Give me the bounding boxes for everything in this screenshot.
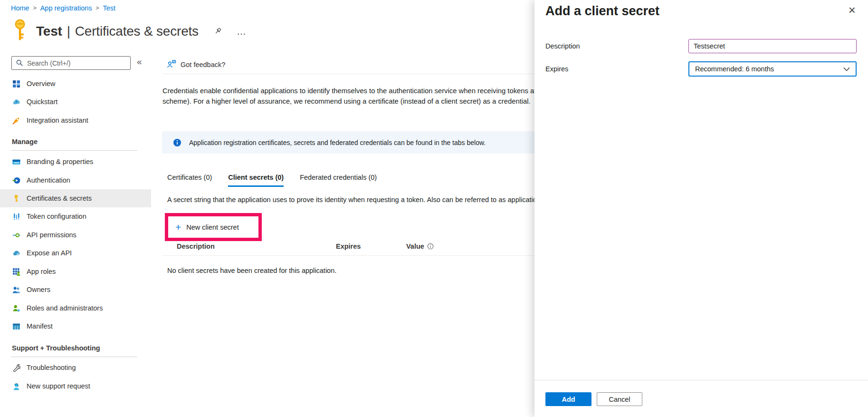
sidebar-item-integration-assistant[interactable]: Integration assistant (0, 111, 151, 129)
breadcrumb-separator: > (96, 5, 99, 11)
sidebar-item-branding-properties[interactable]: www Branding & properties (0, 153, 151, 171)
got-feedback-label: Got feedback? (181, 61, 225, 68)
branding-icon: www (12, 157, 20, 166)
svg-text:(): () (14, 325, 19, 329)
breadcrumb: Home > App registrations > Test (11, 4, 115, 12)
search-input[interactable] (11, 56, 131, 70)
page-title-page: Certificates & secrets (75, 24, 199, 39)
tab-bar: Certificates (0) Client secrets (0) Fede… (167, 174, 377, 187)
sidebar-item-quickstart[interactable]: Quickstart (0, 93, 151, 111)
sidebar-item-label: Quickstart (27, 98, 57, 106)
sidebar-section-support-troubleshooting: Support + Troubleshooting (12, 344, 100, 352)
info-icon (173, 138, 181, 147)
divider (11, 150, 137, 151)
add-button[interactable]: Add (545, 392, 591, 406)
tab-federated-credentials[interactable]: Federated credentials (0) (300, 174, 377, 187)
sidebar-item-manifest[interactable]: () Manifest (0, 317, 151, 335)
pin-icon[interactable] (214, 27, 222, 36)
sidebar-item-label: Owners (27, 286, 50, 293)
divider (534, 380, 868, 380)
manifest-icon: () (12, 322, 20, 330)
wrench-icon (12, 363, 20, 372)
authentication-icon (12, 176, 20, 184)
column-header-label: Value (406, 242, 424, 250)
sidebar-item-roles-and-administrators[interactable]: Roles and administrators (0, 299, 151, 317)
cancel-button[interactable]: Cancel (597, 392, 642, 406)
client-secret-description-text: A secret string that the application use… (167, 196, 574, 204)
divider (11, 357, 137, 357)
page-title-separator: | (67, 24, 70, 39)
sidebar-item-authentication[interactable]: Authentication (0, 171, 151, 189)
expires-dropdown[interactable]: Recommended: 6 months (688, 61, 857, 77)
quickstart-cloud-icon (12, 97, 20, 106)
sidebar-item-label: Overview (27, 80, 55, 87)
sidebar-item-label: Roles and administrators (27, 304, 103, 312)
expires-dropdown-value: Recommended: 6 months (695, 65, 774, 73)
sidebar-item-label: Manifest (27, 322, 53, 330)
empty-state-message: No client secrets have been created for … (167, 267, 336, 274)
column-header-description: Description (177, 242, 215, 250)
panel-title: Add a client secret (545, 4, 659, 19)
sidebar-item-label: Expose an API (27, 249, 72, 257)
sidebar-search (11, 56, 131, 70)
plus-icon: + (175, 222, 181, 232)
column-header-label: Expires (336, 242, 361, 250)
sidebar-item-label: Branding & properties (27, 158, 93, 165)
breadcrumb-app-registrations[interactable]: App registrations (40, 4, 92, 12)
support-person-icon (12, 382, 20, 390)
new-client-secret-button[interactable]: + New client secret (168, 222, 239, 232)
sidebar-item-new-support-request[interactable]: New support request (0, 377, 151, 395)
add-client-secret-panel: Add a client secret × Description Expire… (534, 0, 868, 417)
breadcrumb-test[interactable]: Test (103, 4, 116, 12)
sidebar-item-label: Integration assistant (27, 116, 88, 124)
sidebar-item-app-roles[interactable]: App roles (0, 262, 151, 281)
key-icon (11, 19, 29, 43)
column-header-label: Description (177, 242, 215, 250)
roles-admins-icon (12, 304, 20, 312)
sidebar-section-manage: Manage (12, 138, 38, 145)
sidebar-item-label: New support request (27, 382, 90, 390)
overview-grid-icon (12, 79, 20, 88)
sidebar-item-label: API permissions (27, 231, 76, 239)
page-header: Test | Certificates & secrets … (11, 19, 246, 43)
sidebar-item-label: Token configuration (27, 213, 86, 220)
tab-certificates[interactable]: Certificates (0) (167, 174, 212, 187)
sidebar-item-expose-an-api[interactable]: Expose an API (0, 244, 151, 262)
collapse-sidebar-icon[interactable]: « (137, 57, 142, 67)
search-icon (16, 59, 23, 68)
divider (162, 74, 534, 74)
new-client-secret-label: New client secret (186, 223, 238, 231)
chevron-down-icon (843, 67, 850, 71)
expires-label: Expires (545, 65, 568, 73)
column-header-value: Value (406, 242, 434, 250)
page-title: Test | Certificates & secrets (36, 24, 199, 39)
token-bars-icon (12, 212, 20, 221)
owners-icon (12, 285, 20, 294)
rocket-icon (12, 116, 20, 125)
sidebar-item-certificates-secrets[interactable]: Certificates & secrets (0, 189, 151, 207)
key-icon (12, 194, 20, 203)
tab-client-secrets[interactable]: Client secrets (0) (228, 174, 284, 187)
svg-text:www: www (13, 162, 19, 164)
annotation-highlight-box: + New client secret (165, 213, 262, 241)
page-title-app: Test (36, 24, 62, 39)
api-permissions-icon (12, 231, 20, 239)
sidebar-item-overview[interactable]: Overview (0, 75, 151, 93)
sidebar-item-label: Troubleshooting (27, 364, 76, 371)
value-info-icon[interactable] (427, 243, 434, 250)
breadcrumb-home[interactable]: Home (11, 4, 29, 12)
sidebar-item-owners[interactable]: Owners (0, 281, 151, 299)
sidebar-item-api-permissions[interactable]: API permissions (0, 226, 151, 244)
expose-api-cloud-icon (12, 249, 20, 257)
sidebar-item-label: App roles (27, 268, 56, 275)
close-icon[interactable]: × (849, 4, 856, 16)
sidebar-item-token-configuration[interactable]: Token configuration (0, 207, 151, 225)
feedback-person-icon (167, 60, 176, 69)
got-feedback-button[interactable]: Got feedback? (167, 58, 225, 72)
app-roles-icon (12, 267, 20, 276)
column-header-expires: Expires (336, 242, 361, 250)
ellipsis-icon[interactable]: … (237, 29, 246, 34)
sidebar-item-troubleshooting[interactable]: Troubleshooting (0, 359, 151, 377)
description-input[interactable] (688, 39, 857, 53)
sidebar-item-label: Certificates & secrets (27, 194, 92, 202)
